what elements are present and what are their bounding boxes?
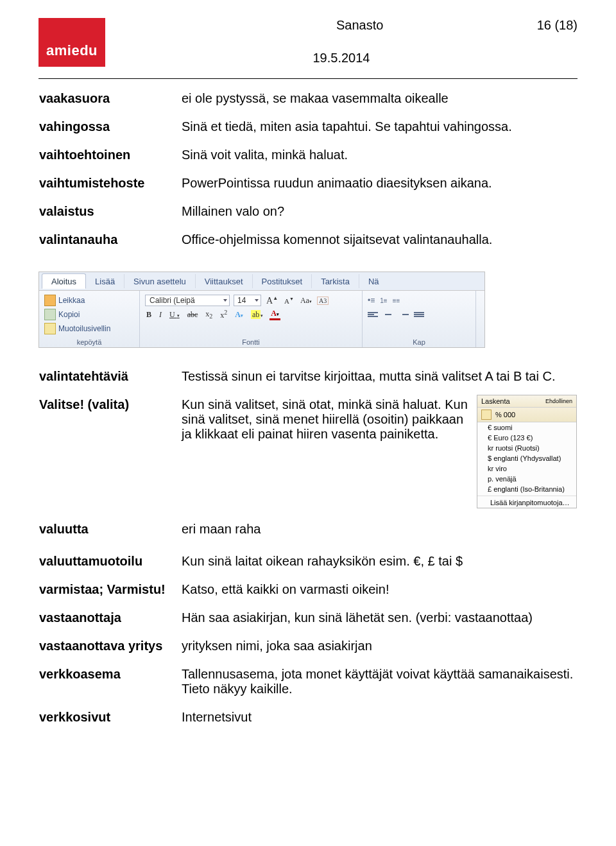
menu-item[interactable]: € Euro (123 €) [477, 433, 576, 443]
change-case-icon[interactable]: Aa▾ [299, 296, 313, 306]
term: valuuttamuotoilu [38, 553, 181, 582]
table-row: verkkosivutInternetsivut [38, 709, 578, 738]
term: vastaanottava yritys [38, 638, 181, 666]
currency-format-menu: Laskenta Ehdollinen % 000 € suomi € Euro… [477, 395, 577, 508]
table-row: valintatehtäviäTestissä sinun ei tarvits… [38, 368, 578, 397]
table-row: vastaanottajaHän saa asiakirjan, kun sin… [38, 610, 578, 638]
definition: Kun sinä laitat oikean rahayksikön esim.… [181, 553, 578, 582]
table-row: Valitse! (valita) Laskenta Ehdollinen % … [38, 397, 578, 521]
tab-sivun-asettelu[interactable]: Sivun asettelu [124, 274, 196, 288]
font-color-icon[interactable]: A▾ [270, 309, 280, 320]
definition: PowerPointissa ruudun animaatio diaesity… [181, 175, 578, 203]
term: valintanauha [38, 232, 181, 260]
underline-button[interactable]: U ▾ [168, 310, 181, 320]
grow-font-icon[interactable]: A▲ [265, 295, 279, 306]
align-center-icon[interactable] [383, 312, 393, 317]
align-left-icon[interactable] [368, 312, 378, 317]
table-row: vaakasuoraei ole pystyssä, se makaa vase… [38, 91, 578, 119]
table-row: varmistaa; Varmistu!Katso, että kaikki o… [38, 582, 578, 610]
doc-title: Sanasto [336, 18, 383, 33]
copy-icon [44, 309, 56, 320]
menu-item[interactable]: € suomi [477, 422, 576, 433]
menu-header: Laskenta [481, 397, 510, 405]
tab-viittaukset[interactable]: Viittaukset [196, 274, 253, 288]
table-row: vaihtumistehostePowerPointissa ruudun an… [38, 175, 578, 203]
definition: yrityksen nimi, joka saa asiakirjan [181, 638, 578, 666]
glossary-table-top: vaakasuoraei ole pystyssä, se makaa vase… [38, 91, 578, 260]
font-name-select[interactable]: Calibri (Leipä [145, 295, 230, 306]
tab-postitukset[interactable]: Postitukset [253, 274, 312, 288]
subscript-button[interactable]: x2 [204, 309, 214, 320]
table-row: valuuttamuotoiluKun sinä laitat oikean r… [38, 553, 578, 582]
text-effects-icon[interactable]: A▾ [234, 310, 244, 320]
definition: Sinä voit valita, minkä haluat. [181, 147, 578, 175]
currency-icon [481, 410, 492, 420]
cut-button[interactable]: Leikkaa [58, 296, 85, 305]
term: vaihtoehtoinen [38, 147, 181, 175]
glossary-table-bottom: valuuttamuotoiluKun sinä laitat oikean r… [38, 553, 578, 738]
clear-formatting-icon[interactable]: A3 [317, 297, 329, 305]
strikethrough-button[interactable]: abc [186, 310, 200, 320]
multilevel-list-icon[interactable]: ≡≡ [393, 297, 400, 304]
chevron-down-icon [255, 299, 259, 302]
tab-lisaa[interactable]: Lisää [86, 274, 124, 288]
menu-header-right: Ehdollinen [545, 398, 572, 404]
ribbon-illustration: Aloitus Lisää Sivun asettelu Viittaukset… [38, 272, 485, 348]
format-painter-icon [44, 323, 56, 334]
term: varmistaa; Varmistu! [38, 582, 181, 610]
justify-icon[interactable] [414, 312, 424, 317]
table-row: vaihtoehtoinenSinä voit valita, minkä ha… [38, 147, 578, 175]
term: valintatehtäviä [38, 368, 181, 397]
definition: Hän saa asiakirjan, kun sinä lähetät sen… [181, 610, 578, 638]
menu-item[interactable]: p. venäjä [477, 474, 576, 484]
definition: Internetsivut [181, 709, 578, 738]
tab-tarkista[interactable]: Tarkista [312, 274, 359, 288]
menu-more[interactable]: Lisää kirjanpitomuotoja… [477, 497, 576, 508]
definition: Sinä et tiedä, miten asia tapahtui. Se t… [181, 119, 578, 147]
header-divider [38, 78, 578, 79]
shrink-font-icon[interactable]: A▼ [283, 297, 295, 305]
font-group-label: Fontti [145, 337, 357, 346]
menu-item[interactable]: £ englanti (Iso-Britannia) [477, 484, 576, 494]
italic-button[interactable]: I [158, 310, 163, 320]
table-row: valaistusMillainen valo on? [38, 203, 578, 232]
term: vahingossa [38, 119, 181, 147]
menu-sub: % 000 [495, 411, 515, 419]
definition: Kun sinä valitset, sinä otat, minkä sinä… [182, 397, 468, 441]
align-right-icon[interactable] [398, 312, 409, 317]
table-row: valuuttaeri maan raha [38, 521, 578, 549]
copy-button[interactable]: Kopioi [58, 310, 80, 319]
tab-nayta[interactable]: Nä [359, 274, 388, 288]
definition: Katso, että kaikki on varmasti oikein! [181, 582, 578, 610]
menu-item[interactable]: kr ruotsi (Ruotsi) [477, 443, 576, 453]
tab-aloitus[interactable]: Aloitus [42, 273, 86, 289]
font-size-select[interactable]: 14 [234, 295, 261, 306]
superscript-button[interactable]: x2 [219, 309, 228, 320]
page-indicator: 16 (18) [537, 18, 578, 33]
chevron-down-icon [223, 299, 227, 302]
ribbon-tabs: Aloitus Lisää Sivun asettelu Viittaukset… [39, 272, 484, 291]
doc-date: 19.5.2014 [105, 51, 578, 65]
definition: Tallennusasema, jota monet käyttäjät voi… [181, 666, 578, 709]
bold-button[interactable]: B [145, 310, 153, 320]
glossary-table-mid: valintatehtäviäTestissä sinun ei tarvits… [38, 368, 578, 549]
format-painter-button[interactable]: Muotoilusivellin [58, 324, 110, 333]
logo-text: amiedu [38, 42, 105, 59]
term: valaistus [38, 203, 181, 232]
menu-item[interactable]: $ englanti (Yhdysvallat) [477, 453, 576, 463]
highlight-icon[interactable]: ab▾ [250, 310, 264, 320]
table-row: vastaanottava yritysyrityksen nimi, joka… [38, 638, 578, 666]
paragraph-group-label: Kap [368, 337, 470, 346]
term: verkkosivut [38, 709, 181, 738]
term: vastaanottaja [38, 610, 181, 638]
definition: Testissä sinun ei tarvitse kirjoittaa, m… [181, 368, 578, 397]
term: valuutta [38, 521, 181, 549]
numbered-list-icon[interactable]: 1≡ [380, 297, 387, 304]
definition: Office-ohjelmissa komennot sijaitsevat v… [181, 232, 578, 260]
menu-item[interactable]: kr viro [477, 463, 576, 474]
scissors-icon [44, 295, 56, 306]
term: verkkoasema [38, 666, 181, 709]
clipboard-group-label: kepöytä [44, 337, 134, 346]
bullet-list-icon[interactable]: ≡ [368, 296, 375, 305]
table-row: valintanauhaOffice-ohjelmissa komennot s… [38, 232, 578, 260]
